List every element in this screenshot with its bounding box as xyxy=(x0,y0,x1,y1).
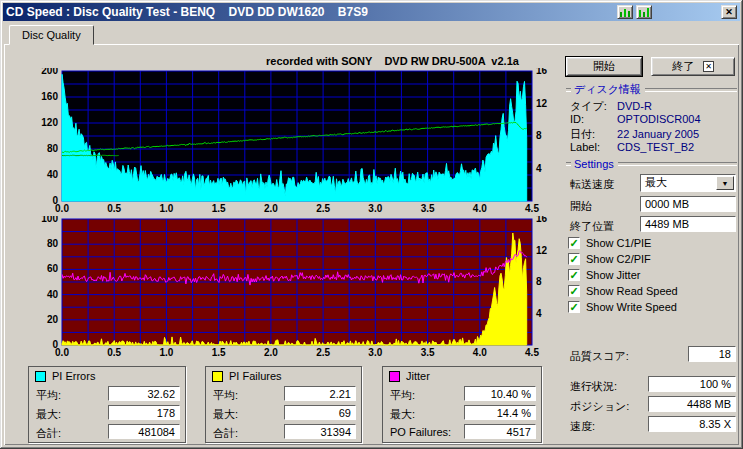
position-value: 4488 MB xyxy=(648,396,736,412)
svg-text:12: 12 xyxy=(536,98,548,109)
disc-type-label: タイプ: xyxy=(570,99,614,114)
progress-label: 進行状況: xyxy=(570,379,617,394)
checkbox-label: Show Write Speed xyxy=(586,301,677,313)
disc-date-label: 日付: xyxy=(570,127,614,142)
svg-text:40: 40 xyxy=(47,289,59,300)
progress-value: 100 % xyxy=(648,376,736,392)
svg-text:1.5: 1.5 xyxy=(212,203,226,214)
checkbox-show-jitter[interactable]: ✓ Show Jitter xyxy=(568,269,640,281)
disc-id-row: ID: OPTODISCR004 xyxy=(570,113,701,125)
checkbox-label: Show Read Speed xyxy=(586,285,678,297)
section-rule xyxy=(566,162,571,166)
end-pos-field[interactable]: 4489 MB xyxy=(640,216,736,232)
svg-text:60: 60 xyxy=(47,263,59,274)
title-bar[interactable]: CD Speed : Disc Quality Test - BENQ DVD … xyxy=(3,3,740,21)
checkbox-label: Show C2/PIF xyxy=(586,253,651,265)
pi-failures-statbox-title: PI Failures xyxy=(229,370,282,382)
svg-text:1.0: 1.0 xyxy=(159,203,173,214)
tab-disc-quality[interactable]: Disc Quality xyxy=(9,25,94,45)
checkbox-show-read-speed[interactable]: ✓ Show Read Speed xyxy=(568,285,678,297)
svg-text:0.5: 0.5 xyxy=(107,347,121,358)
svg-text:16: 16 xyxy=(536,68,548,76)
checkbox-show-c1-pie[interactable]: ✓ Show C1/PIE xyxy=(568,237,651,249)
checkbox-show-c2-pif[interactable]: ✓ Show C2/PIF xyxy=(568,253,651,265)
position-label: ポジション: xyxy=(570,399,629,414)
pi-errors-speed-chart: 0.00.51.01.52.02.53.03.54.04.52001601208… xyxy=(32,68,554,215)
chart-icon-2[interactable] xyxy=(636,5,652,19)
svg-text:2.5: 2.5 xyxy=(316,347,330,358)
section-rule xyxy=(566,88,571,92)
checkbox-icon[interactable]: ✓ xyxy=(568,301,580,313)
max-label: 最大: xyxy=(390,407,415,422)
total-label: 合計: xyxy=(36,426,61,441)
checkbox-icon[interactable]: ✓ xyxy=(568,285,580,297)
checkbox-show-write-speed[interactable]: ✓ Show Write Speed xyxy=(568,301,677,313)
jitter-max: 14.4 % xyxy=(464,405,536,420)
start-pos-field[interactable]: 0000 MB xyxy=(640,196,736,212)
chart-icon[interactable] xyxy=(617,5,633,19)
svg-text:0: 0 xyxy=(52,195,58,206)
svg-text:0: 0 xyxy=(52,339,58,350)
checkbox-icon[interactable]: ✓ xyxy=(568,269,580,281)
jitter-statbox-header: Jitter xyxy=(389,370,430,382)
disc-label-value: CDS_TEST_B2 xyxy=(617,141,694,153)
tab-label: Disc Quality xyxy=(22,29,81,41)
disc-label-row: Label: CDS_TEST_B2 xyxy=(570,141,694,153)
svg-text:4.0: 4.0 xyxy=(473,347,487,358)
disc-date-row: 日付: 22 January 2005 xyxy=(570,127,699,142)
settings-title: Settings xyxy=(574,158,614,170)
po-failures-label: PO Failures: xyxy=(390,426,451,438)
svg-text:1.5: 1.5 xyxy=(212,347,226,358)
disc-info-section-header: ディスク情報 xyxy=(566,82,737,97)
svg-text:3.5: 3.5 xyxy=(421,347,435,358)
checkbox-icon[interactable]: ✓ xyxy=(568,237,580,249)
pi-failures-swatch-icon xyxy=(212,371,223,382)
po-failures-total: 4517 xyxy=(464,424,536,439)
jitter-statbox-title: Jitter xyxy=(406,370,430,382)
speed-label: 転送速度 xyxy=(570,177,614,192)
speed-x-label: 速度: xyxy=(570,419,595,434)
svg-text:2.0: 2.0 xyxy=(264,347,278,358)
svg-text:8: 8 xyxy=(536,130,542,141)
end-pos-label: 終了位置 xyxy=(570,219,614,234)
app-window: CD Speed : Disc Quality Test - BENQ DVD … xyxy=(0,0,743,449)
svg-text:20: 20 xyxy=(47,314,59,325)
section-rule xyxy=(645,88,737,92)
svg-text:200: 200 xyxy=(41,68,58,76)
total-label: 合計: xyxy=(213,426,238,441)
chevron-down-icon[interactable]: ▼ xyxy=(716,176,734,190)
svg-text:2.0: 2.0 xyxy=(264,203,278,214)
quality-score-label: 品質スコア: xyxy=(570,349,629,364)
disc-type-value: DVD-R xyxy=(617,100,652,112)
svg-text:4: 4 xyxy=(536,163,542,174)
pi-failures-avg: 2.21 xyxy=(284,386,356,401)
svg-text:100: 100 xyxy=(41,216,58,224)
exit-button[interactable]: 終了 ✕ xyxy=(651,57,735,76)
speed-select[interactable]: 最大 ▼ xyxy=(640,174,736,192)
pi-failures-max: 69 xyxy=(284,405,356,420)
speed-select-value: 最大 xyxy=(645,176,667,188)
jitter-avg: 10.40 % xyxy=(464,386,536,401)
exit-button-label: 終了 xyxy=(672,59,694,74)
bar-chart-glyph xyxy=(620,8,630,17)
avg-label: 平均: xyxy=(36,388,61,403)
pi-errors-statbox-title: PI Errors xyxy=(52,370,95,382)
svg-text:0.5: 0.5 xyxy=(107,203,121,214)
section-rule xyxy=(618,162,737,166)
checkbox-icon[interactable]: ✓ xyxy=(568,253,580,265)
quality-score-value: 18 xyxy=(688,346,736,362)
speed-x-value: 8.35 X xyxy=(648,416,736,432)
svg-text:3.5: 3.5 xyxy=(421,203,435,214)
start-button[interactable]: 開始 xyxy=(566,57,642,76)
pi-errors-max: 178 xyxy=(108,405,180,420)
svg-text:8: 8 xyxy=(536,276,542,287)
disc-id-label: ID: xyxy=(570,113,614,125)
svg-text:4.5: 4.5 xyxy=(525,203,539,214)
disc-id-value: OPTODISCR004 xyxy=(617,113,701,125)
avg-label: 平均: xyxy=(390,388,415,403)
window-title: CD Speed : Disc Quality Test - BENQ DVD … xyxy=(6,5,368,19)
svg-text:80: 80 xyxy=(47,143,59,154)
pi-failures-jitter-chart: 0.00.51.01.52.02.53.03.54.04.51008060402… xyxy=(32,216,554,359)
svg-text:1.0: 1.0 xyxy=(159,347,173,358)
close-icon[interactable]: ✕ xyxy=(721,5,737,19)
